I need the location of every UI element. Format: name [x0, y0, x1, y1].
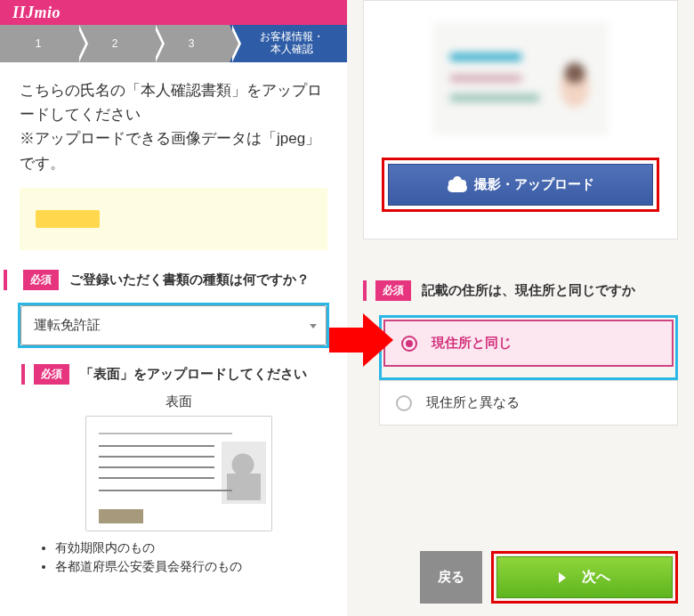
radio-diff-address[interactable]: 現住所と異なる — [379, 380, 678, 426]
radio-label: 現住所と同じ — [432, 335, 512, 352]
upload-button-highlight: 撮影・アップロード — [382, 158, 659, 212]
breadcrumb: 1 2 3 お客様情報・ 本人確認 — [0, 25, 347, 62]
chevron-right-icon — [559, 572, 566, 583]
upload-button-label: 撮影・アップロード — [474, 176, 594, 193]
upload-preview-card: 撮影・アップロード — [363, 0, 678, 239]
required-tag: 必須 — [23, 270, 59, 290]
right-pane: 撮影・アップロード 必須 記載の住所は、現住所と同じですか 現住所と同じ 現住所… — [347, 0, 694, 616]
address-section: 必須 記載の住所は、現住所と同じですか 現住所と同じ 現住所と異なる — [363, 280, 678, 426]
required-tag: 必須 — [375, 280, 411, 301]
uploaded-image-preview — [433, 22, 608, 134]
upload-front-title: 「表面」をアップロードしてください — [80, 364, 307, 385]
radio-label: 現住所と異なる — [426, 394, 520, 411]
license-illustration — [85, 416, 272, 531]
radio-same-highlight: 現住所と同じ — [379, 315, 678, 380]
nav-buttons: 戻る 次へ — [363, 551, 678, 604]
requirements-list: 有効期限内のもの 各都道府県公安委員会発行のもの — [30, 540, 327, 575]
step-active: お客様情報・ 本人確認 — [230, 25, 347, 62]
left-pane: IIJmio 1 2 3 お客様情報・ 本人確認 こちらの氏名の「本人確認書類」… — [0, 0, 347, 616]
name-highlight-box — [20, 188, 327, 250]
radio-icon — [396, 395, 412, 411]
doc-type-select[interactable]: 運転免許証 — [20, 305, 327, 345]
required-tag: 必須 — [34, 364, 69, 385]
step-1: 1 — [0, 25, 77, 62]
next-button[interactable]: 次へ — [496, 556, 673, 598]
list-item: 各都道府県公安委員会発行のもの — [55, 559, 327, 575]
upload-button[interactable]: 撮影・アップロード — [388, 164, 653, 206]
list-item: 有効期限内のもの — [55, 540, 327, 556]
doc-type-section: 必須 ご登録いただく書類の種類は何ですか？ 運転免許証 — [4, 270, 343, 348]
card-face-label: 表面 — [30, 393, 327, 410]
upload-front-section: 必須 「表面」をアップロードしてください 表面 有効期限内のもの 各都道府県公安… — [4, 364, 343, 575]
doc-type-question: ご登録いただく書類の種類は何ですか？ — [69, 270, 310, 290]
next-button-highlight: 次へ — [491, 551, 678, 604]
next-button-label: 次へ — [582, 568, 610, 587]
address-question: 記載の住所は、現住所と同じですか — [422, 280, 635, 301]
brand-header: IIJmio — [0, 0, 347, 25]
cloud-upload-icon — [448, 178, 467, 192]
instruction-text: こちらの氏名の「本人確認書類」をアップロードしてください ※アップロードできる画… — [0, 62, 347, 184]
redacted-name — [36, 210, 100, 228]
doc-type-value: 運転免許証 — [34, 317, 101, 332]
radio-icon — [401, 336, 417, 352]
address-radio-group: 現住所と同じ 現住所と異なる — [379, 315, 678, 426]
back-button[interactable]: 戻る — [420, 551, 482, 604]
doc-type-select-highlight: 運転免許証 — [18, 303, 329, 348]
brand-logo: IIJmio — [12, 4, 61, 22]
radio-same-address[interactable]: 現住所と同じ — [383, 320, 674, 367]
